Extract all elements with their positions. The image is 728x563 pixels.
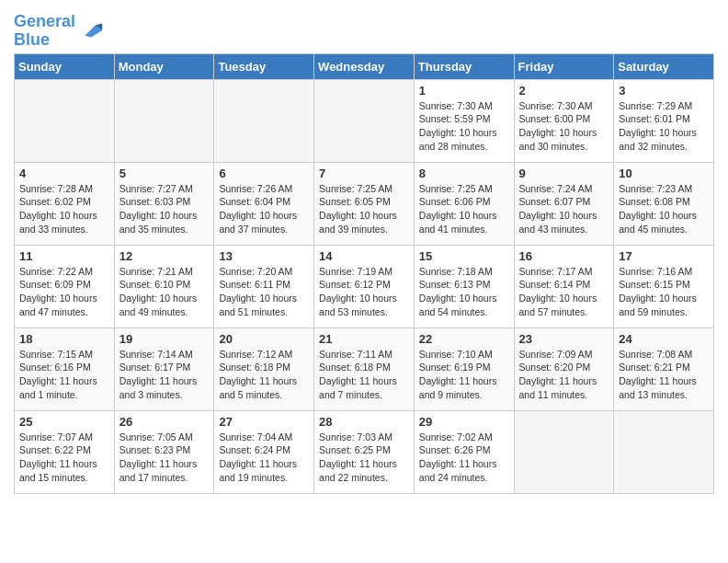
day-cell	[314, 79, 415, 162]
day-cell: 3Sunrise: 7:29 AMSunset: 6:01 PMDaylight…	[614, 79, 714, 162]
day-number: 11	[19, 249, 109, 263]
logo: General Blue	[14, 13, 104, 50]
day-info: Sunrise: 7:22 AMSunset: 6:09 PMDaylight:…	[19, 265, 109, 319]
day-cell: 11Sunrise: 7:22 AMSunset: 6:09 PMDayligh…	[15, 245, 115, 327]
day-number: 27	[219, 415, 309, 429]
day-header-sunday: Sunday	[15, 53, 115, 79]
day-number: 24	[619, 332, 709, 346]
calendar-table: SundayMondayTuesdayWednesdayThursdayFrid…	[14, 53, 714, 494]
week-row-3: 11Sunrise: 7:22 AMSunset: 6:09 PMDayligh…	[15, 245, 714, 327]
week-row-4: 18Sunrise: 7:15 AMSunset: 6:16 PMDayligh…	[15, 327, 714, 410]
day-cell	[114, 79, 214, 162]
day-number: 2	[519, 84, 609, 98]
day-header-saturday: Saturday	[614, 53, 714, 79]
day-number: 1	[419, 84, 509, 98]
day-info: Sunrise: 7:29 AMSunset: 6:01 PMDaylight:…	[619, 99, 709, 154]
day-number: 10	[619, 167, 709, 180]
day-info: Sunrise: 7:17 AMSunset: 6:14 PMDaylight:…	[519, 265, 609, 319]
day-info: Sunrise: 7:30 AMSunset: 5:59 PMDaylight:…	[419, 99, 509, 154]
day-number: 19	[119, 332, 210, 346]
day-info: Sunrise: 7:08 AMSunset: 6:21 PMDaylight:…	[619, 348, 709, 402]
day-info: Sunrise: 7:03 AMSunset: 6:25 PMDaylight:…	[319, 431, 409, 485]
day-info: Sunrise: 7:21 AMSunset: 6:10 PMDaylight:…	[119, 265, 210, 319]
day-cell: 27Sunrise: 7:04 AMSunset: 6:24 PMDayligh…	[214, 410, 314, 493]
header-row: SundayMondayTuesdayWednesdayThursdayFrid…	[15, 53, 714, 79]
day-number: 13	[219, 249, 309, 263]
day-cell: 26Sunrise: 7:05 AMSunset: 6:23 PMDayligh…	[114, 410, 214, 493]
day-info: Sunrise: 7:19 AMSunset: 6:12 PMDaylight:…	[319, 265, 409, 319]
day-cell: 17Sunrise: 7:16 AMSunset: 6:15 PMDayligh…	[614, 245, 714, 327]
day-cell: 25Sunrise: 7:07 AMSunset: 6:22 PMDayligh…	[15, 410, 115, 493]
day-info: Sunrise: 7:10 AMSunset: 6:19 PMDaylight:…	[419, 348, 509, 402]
day-cell: 2Sunrise: 7:30 AMSunset: 6:00 PMDaylight…	[514, 79, 614, 162]
day-cell: 1Sunrise: 7:30 AMSunset: 5:59 PMDaylight…	[414, 79, 514, 162]
day-cell: 19Sunrise: 7:14 AMSunset: 6:17 PMDayligh…	[114, 327, 214, 410]
day-number: 20	[219, 332, 309, 346]
day-cell: 24Sunrise: 7:08 AMSunset: 6:21 PMDayligh…	[614, 327, 714, 410]
day-cell: 12Sunrise: 7:21 AMSunset: 6:10 PMDayligh…	[114, 245, 214, 327]
day-info: Sunrise: 7:09 AMSunset: 6:20 PMDaylight:…	[519, 348, 609, 402]
day-cell: 29Sunrise: 7:02 AMSunset: 6:26 PMDayligh…	[414, 410, 514, 493]
day-number: 6	[219, 167, 309, 180]
day-info: Sunrise: 7:04 AMSunset: 6:24 PMDaylight:…	[219, 431, 309, 485]
day-info: Sunrise: 7:18 AMSunset: 6:13 PMDaylight:…	[419, 265, 509, 319]
day-number: 12	[119, 249, 210, 263]
day-number: 14	[319, 249, 409, 263]
day-cell: 5Sunrise: 7:27 AMSunset: 6:03 PMDaylight…	[114, 162, 214, 245]
week-row-1: 1Sunrise: 7:30 AMSunset: 5:59 PMDaylight…	[15, 79, 714, 162]
day-cell: 13Sunrise: 7:20 AMSunset: 6:11 PMDayligh…	[214, 245, 314, 327]
day-cell: 9Sunrise: 7:24 AMSunset: 6:07 PMDaylight…	[514, 162, 614, 245]
day-number: 29	[419, 415, 509, 429]
day-cell	[214, 79, 314, 162]
day-info: Sunrise: 7:28 AMSunset: 6:02 PMDaylight:…	[19, 182, 109, 236]
day-info: Sunrise: 7:26 AMSunset: 6:04 PMDaylight:…	[219, 182, 309, 236]
day-cell: 18Sunrise: 7:15 AMSunset: 6:16 PMDayligh…	[15, 327, 115, 410]
logo-text2: Blue	[14, 31, 75, 50]
day-number: 15	[419, 249, 509, 263]
day-number: 7	[319, 167, 409, 180]
day-info: Sunrise: 7:11 AMSunset: 6:18 PMDaylight:…	[319, 348, 409, 402]
day-cell: 22Sunrise: 7:10 AMSunset: 6:19 PMDayligh…	[414, 327, 514, 410]
day-number: 18	[19, 332, 109, 346]
day-header-tuesday: Tuesday	[214, 53, 314, 79]
day-number: 5	[119, 167, 210, 180]
day-info: Sunrise: 7:15 AMSunset: 6:16 PMDaylight:…	[19, 348, 109, 402]
day-number: 26	[119, 415, 210, 429]
logo-bird-icon	[78, 18, 104, 44]
day-cell: 4Sunrise: 7:28 AMSunset: 6:02 PMDaylight…	[15, 162, 115, 245]
day-info: Sunrise: 7:25 AMSunset: 6:05 PMDaylight:…	[319, 182, 409, 236]
day-cell: 16Sunrise: 7:17 AMSunset: 6:14 PMDayligh…	[514, 245, 614, 327]
day-number: 21	[319, 332, 409, 346]
day-info: Sunrise: 7:07 AMSunset: 6:22 PMDaylight:…	[19, 431, 109, 485]
day-info: Sunrise: 7:20 AMSunset: 6:11 PMDaylight:…	[219, 265, 309, 319]
day-info: Sunrise: 7:05 AMSunset: 6:23 PMDaylight:…	[119, 431, 210, 485]
day-number: 8	[419, 167, 509, 180]
day-cell: 8Sunrise: 7:25 AMSunset: 6:06 PMDaylight…	[414, 162, 514, 245]
day-number: 28	[319, 415, 409, 429]
day-info: Sunrise: 7:02 AMSunset: 6:26 PMDaylight:…	[419, 431, 509, 485]
day-number: 17	[619, 249, 709, 263]
day-cell: 6Sunrise: 7:26 AMSunset: 6:04 PMDaylight…	[214, 162, 314, 245]
day-cell: 21Sunrise: 7:11 AMSunset: 6:18 PMDayligh…	[314, 327, 415, 410]
day-number: 25	[19, 415, 109, 429]
day-cell: 20Sunrise: 7:12 AMSunset: 6:18 PMDayligh…	[214, 327, 314, 410]
day-cell	[514, 410, 614, 493]
day-info: Sunrise: 7:14 AMSunset: 6:17 PMDaylight:…	[119, 348, 210, 402]
day-cell: 10Sunrise: 7:23 AMSunset: 6:08 PMDayligh…	[614, 162, 714, 245]
day-number: 23	[519, 332, 609, 346]
day-cell	[15, 79, 115, 162]
day-info: Sunrise: 7:24 AMSunset: 6:07 PMDaylight:…	[519, 182, 609, 236]
day-number: 9	[519, 167, 609, 180]
day-cell: 23Sunrise: 7:09 AMSunset: 6:20 PMDayligh…	[514, 327, 614, 410]
day-header-friday: Friday	[514, 53, 614, 79]
week-row-5: 25Sunrise: 7:07 AMSunset: 6:22 PMDayligh…	[15, 410, 714, 493]
day-info: Sunrise: 7:12 AMSunset: 6:18 PMDaylight:…	[219, 348, 309, 402]
day-cell: 14Sunrise: 7:19 AMSunset: 6:12 PMDayligh…	[314, 245, 415, 327]
day-info: Sunrise: 7:27 AMSunset: 6:03 PMDaylight:…	[119, 182, 210, 236]
day-cell	[614, 410, 714, 493]
day-cell: 15Sunrise: 7:18 AMSunset: 6:13 PMDayligh…	[414, 245, 514, 327]
week-row-2: 4Sunrise: 7:28 AMSunset: 6:02 PMDaylight…	[15, 162, 714, 245]
day-header-monday: Monday	[114, 53, 214, 79]
day-header-thursday: Thursday	[414, 53, 514, 79]
day-info: Sunrise: 7:23 AMSunset: 6:08 PMDaylight:…	[619, 182, 709, 236]
